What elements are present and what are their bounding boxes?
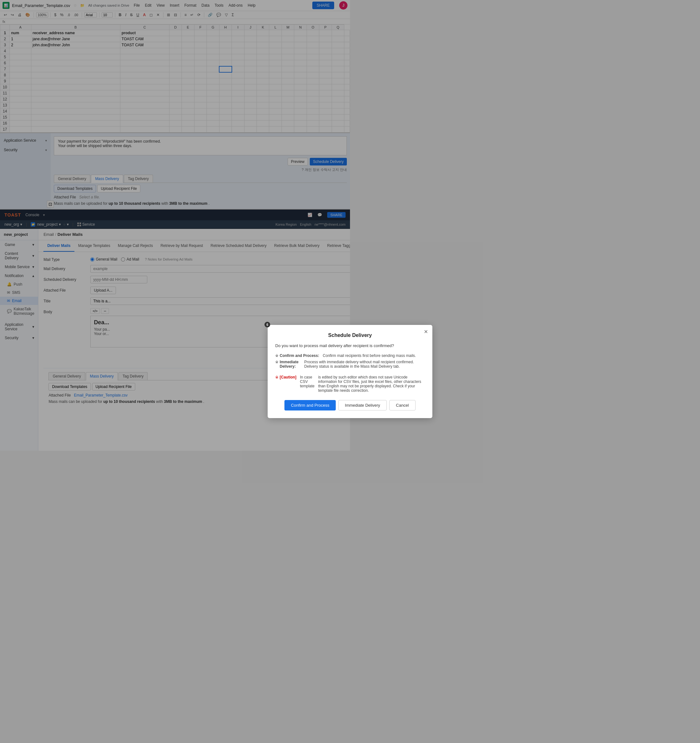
modal-confirm-text: Confirm mail recipients first before sen…: [323, 354, 350, 358]
modal-caution-list: [Caution] In case CSV template is edited…: [275, 374, 350, 394]
modal-info-immediate: Immediate Delivery: Process with immedia…: [275, 359, 350, 370]
schedule-delivery-modal: 6 ✕ Schedule Delivery Do you want to pro…: [268, 325, 350, 418]
modal-info-list: Confirm and Process: Confirm mail recipi…: [275, 352, 350, 370]
modal-overlay[interactable]: 6 ✕ Schedule Delivery Do you want to pro…: [0, 0, 350, 451]
modal-btn-row: Confirm and Process Immediate Delivery C…: [275, 400, 350, 410]
immediate-delivery-button[interactable]: Immediate Delivery: [338, 400, 350, 410]
form-section: Mail Type General Mail Ad Mail ? Notes f…: [38, 252, 350, 411]
modal-info-confirm: Confirm and Process: Confirm mail recipi…: [275, 352, 350, 359]
badge-6: 6: [264, 322, 270, 327]
console-main: new_project Game ▾ Content Delivery ▾ Mo…: [0, 229, 350, 451]
modal-immediate-text: Process with immediate delivery without …: [304, 360, 350, 369]
modal-question: Do you want to process mail delivery aft…: [275, 343, 350, 348]
modal-immediate-label: Immediate Delivery:: [280, 360, 301, 369]
console-section: TOAST Console ▾ 📈 💬 SHARE new_org ▾ | 📁 …: [0, 210, 350, 451]
modal-title: Schedule Delivery: [275, 333, 350, 338]
console-content: Email / Deliver Mails URL & Appkey Manua…: [38, 229, 350, 451]
modal-confirm-label: Confirm and Process:: [280, 354, 319, 358]
caution-label: [Caution]: [280, 375, 297, 379]
confirm-and-process-button[interactable]: Confirm and Process: [284, 400, 335, 410]
modal-caution-item: [Caution] In case CSV template is edited…: [275, 374, 350, 394]
